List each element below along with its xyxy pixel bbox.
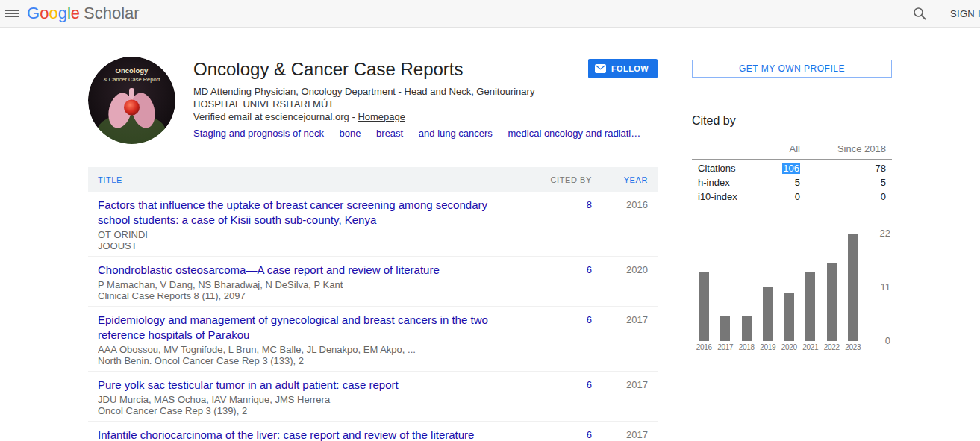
top-bar: G o o g l e Scholar SIGN IN <box>0 0 980 28</box>
publication-title-link[interactable]: Pure yolk sac testicular tumor in an adu… <box>98 378 495 392</box>
chart-x-label: 2020 <box>778 343 800 351</box>
avatar-title-line1: Oncology <box>116 66 149 75</box>
chart-x-label: 2019 <box>758 343 779 351</box>
stat-label: i10-index <box>692 191 748 202</box>
table-row: Chondroblastic osteosarcoma—A case repor… <box>88 257 658 307</box>
chart-x-label: 2017 <box>715 343 737 351</box>
google-scholar-logo[interactable]: G o o g l e Scholar <box>27 4 140 23</box>
publication-title-link[interactable]: Infantile choriocarcinoma of the liver: … <box>98 428 495 441</box>
table-row: Infantile choriocarcinoma of the liver: … <box>88 422 658 441</box>
sidebar: GET MY OWN PROFILE Cited by All Since 20… <box>692 60 892 418</box>
cited-by-count-link[interactable]: 6 <box>587 429 592 440</box>
interest-link[interactable]: and lung cancers <box>419 127 493 140</box>
stat-value-h-index-all: 5 <box>748 177 800 188</box>
interests-row: Staging and prognosis of neck bone breas… <box>193 127 658 140</box>
citation-stats-table: All Since 2018 Citations 106 78 h-index … <box>692 143 892 202</box>
profile-affiliation-2: HOSPITAL UNIVERSITARI MÚT <box>193 98 658 110</box>
publication-year: 2020 <box>626 264 648 275</box>
publication-authors: OT ORINDI <box>98 230 495 241</box>
sort-by-year-header[interactable]: YEAR <box>592 175 648 184</box>
stat-label: h-index <box>692 177 748 188</box>
cited-by-count-link[interactable]: 8 <box>587 199 592 210</box>
stat-value-i10-index-all: 0 <box>748 191 800 202</box>
get-my-own-profile-button[interactable]: GET MY OWN PROFILE <box>692 60 892 78</box>
publication-title-link[interactable]: Epidemiology and management of gynecolog… <box>98 313 495 343</box>
interest-link[interactable]: breast <box>376 127 403 140</box>
cited-by-count-link[interactable]: 6 <box>587 379 592 390</box>
stat-row-citations: Citations 106 78 <box>692 160 892 174</box>
publication-title-link[interactable]: Factors that influence the uptake of bre… <box>98 198 495 228</box>
publication-authors: JDU Murcia, MAS Ochoa, IAV Manrique, JMS… <box>98 395 495 406</box>
homepage-link[interactable]: Homepage <box>358 111 405 122</box>
chart-y-tick: 11 <box>881 282 891 293</box>
chart-bar-2020[interactable] <box>784 293 794 341</box>
publication-authors: AAA Obossou, MV Tognifode, L Brun, MC Ba… <box>98 345 495 356</box>
stat-value-i10-index-since: 0 <box>800 191 892 202</box>
chart-bar-2019[interactable] <box>763 287 773 341</box>
chart-bar-2023[interactable] <box>848 234 858 341</box>
stats-col-since: Since 2018 <box>800 143 892 154</box>
cited-by-header: CITED BY <box>495 175 592 184</box>
menu-button[interactable] <box>0 0 22 28</box>
cited-by-count-link[interactable]: 6 <box>587 264 592 275</box>
publication-year: 2017 <box>626 429 648 440</box>
chart-x-label: 2021 <box>800 343 822 351</box>
cited-by-count-link[interactable]: 6 <box>587 314 592 325</box>
chart-bar-2017[interactable] <box>720 316 730 341</box>
chart-x-labels: 20162017201820192020202120222023 <box>693 343 864 351</box>
interest-link[interactable]: Staging and prognosis of neck <box>193 127 324 140</box>
citations-chart: 20162017201820192020202120222023 22 11 0 <box>692 234 892 360</box>
stat-row-i10-index: i10-index 0 0 <box>692 188 892 202</box>
chart-bar-2018[interactable] <box>742 316 752 341</box>
publication-year: 2017 <box>626 379 648 390</box>
logo-letter: o <box>40 4 49 23</box>
profile-avatar: Oncology & Cancer Case Report <box>88 57 175 144</box>
table-row: Factors that influence the uptake of bre… <box>88 192 658 257</box>
stat-row-h-index: h-index 5 5 <box>692 174 892 188</box>
publication-venue: Clinical Case Reports 8 (11), 2097 <box>98 291 495 302</box>
interest-link[interactable]: bone <box>340 127 361 140</box>
interest-link[interactable]: medical oncology and radiati… <box>508 127 640 140</box>
avatar-title-line2: & Cancer Case Report <box>104 76 160 83</box>
logo-letter: e <box>71 4 80 23</box>
logo-letter: g <box>58 4 67 23</box>
chart-y-tick: 0 <box>885 336 890 346</box>
stat-value-citations-since: 78 <box>800 163 892 174</box>
chart-bars <box>693 234 864 341</box>
publications-table: TITLE CITED BY YEAR Factors that influen… <box>88 167 658 441</box>
publication-venue: North Benin. Oncol Cancer Case Rep 3 (13… <box>98 356 495 367</box>
follow-button[interactable]: FOLLOW <box>588 59 658 78</box>
sign-in-link[interactable]: SIGN IN <box>950 8 980 19</box>
follow-button-label: FOLLOW <box>611 64 649 73</box>
chart-bar-2022[interactable] <box>827 263 837 341</box>
stat-label: Citations <box>692 163 748 174</box>
cited-by-section-title: Cited by <box>692 113 892 128</box>
publications-table-header: TITLE CITED BY YEAR <box>88 167 658 192</box>
search-icon[interactable] <box>912 6 928 22</box>
table-row: Pure yolk sac testicular tumor in an adu… <box>88 372 658 422</box>
logo-letter: G <box>27 4 40 23</box>
chart-bar-2016[interactable] <box>699 272 709 341</box>
citation-stats-header: All Since 2018 <box>692 143 892 160</box>
publication-venue: JOOUST <box>98 241 495 252</box>
chart-bar-2021[interactable] <box>805 272 815 341</box>
publication-venue: Oncol Cancer Case Rep 3 (139), 2 <box>98 406 495 417</box>
verified-email-line: Verified email at esciencejournal.org - … <box>193 110 658 123</box>
stat-value-h-index-since: 5 <box>800 177 892 188</box>
chart-y-tick: 22 <box>880 228 890 239</box>
envelope-icon <box>595 64 606 73</box>
publication-authors: P Mamachan, V Dang, NS Bharadwaj, N DeSi… <box>98 280 495 291</box>
publication-year: 2017 <box>626 314 648 325</box>
sort-by-title-header[interactable]: TITLE <box>88 175 495 184</box>
chart-x-label: 2018 <box>736 343 758 351</box>
profile-header: Oncology & Cancer Case Report Oncology &… <box>88 57 658 140</box>
stats-col-all: All <box>748 143 800 154</box>
publication-year: 2016 <box>626 199 648 210</box>
verified-email-text: Verified email at esciencejournal.org - <box>193 111 358 122</box>
chart-x-label: 2016 <box>693 343 715 351</box>
hamburger-menu-icon <box>5 8 19 19</box>
publication-title-link[interactable]: Chondroblastic osteosarcoma—A case repor… <box>98 263 495 278</box>
chart-x-label: 2023 <box>843 343 864 351</box>
logo-letter: o <box>49 4 57 23</box>
stat-value-citations-all: 106 <box>782 163 800 174</box>
